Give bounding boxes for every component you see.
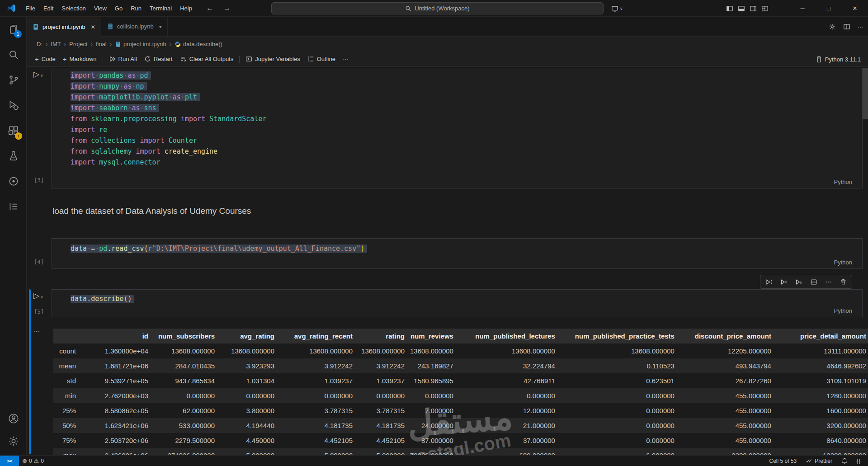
outline-button[interactable]: Outline [304,53,339,65]
menu-file[interactable]: File [22,3,39,14]
sidebar-item-source-control[interactable] [0,67,27,93]
sidebar-item-settings[interactable] [0,430,27,452]
customize-layout-icon[interactable] [761,5,769,12]
execute-above-cells-icon[interactable] [762,276,775,287]
cell-editor[interactable]: data·=·pd.read_csv(r"D:\IMT\Project\fina… [52,239,862,254]
sidebar-item-search[interactable] [0,42,27,67]
formatter-indicator[interactable]: ✓✓ Prettier [802,456,835,466]
kernel-label: Python 3.11.1 [825,56,861,63]
sidebar-item-testing[interactable] [0,143,27,169]
output-more-icon[interactable]: ⋯ [33,327,40,335]
close-icon[interactable]: ✕ [842,0,868,17]
run-all-button[interactable]: Run All [105,53,141,65]
menu-run[interactable]: Run [127,3,146,14]
breadcrumb-item-drive[interactable]: D: [37,41,42,47]
menu-edit[interactable]: Edit [39,3,57,14]
notebook-body: ▷ ∨ import·pandas·as·pdimport·numpy·as·n… [27,67,868,455]
breadcrumb-item-imt[interactable]: IMT [51,41,61,47]
focused-cell-indicator [29,289,31,454]
editor-area: project imt.ipynb ✕ collision.ipynb ● ⋯ … [27,17,868,455]
jupyter-variables-button[interactable]: Jupyter Variables [242,53,303,65]
execute-cell-and-above-icon[interactable] [777,276,790,287]
toggle-secondary-sidebar-icon[interactable] [750,5,757,12]
sidebar-item-explorer[interactable]: 1 [0,17,27,42]
notebook-icon [115,41,121,47]
back-icon[interactable]: ← [206,4,213,12]
problems-indicator[interactable]: ⊗ 0 ⚠ 0 [19,456,47,466]
code-cell-imports[interactable]: import·pandas·as·pdimport·numpy·as·npimp… [52,68,863,188]
split-editor-icon[interactable] [843,23,850,30]
menu-terminal[interactable]: Terminal [146,3,176,14]
toolbar-separator [103,56,103,63]
cell-more-actions-icon[interactable]: ⋯ [822,276,835,287]
toggle-sidebar-icon[interactable] [726,5,733,12]
restart-button[interactable]: Restart [141,53,176,65]
menu-go[interactable]: Go [111,3,127,14]
cell-editor[interactable]: data.describe() [52,290,862,304]
modified-dot-icon[interactable]: ● [159,24,162,29]
sidebar-item-run-debug[interactable] [0,93,27,118]
plus-icon: + [63,56,67,62]
remote-icon: >< [7,458,12,464]
sidebar-item-extensions[interactable]: ! [0,118,27,143]
kernel-picker[interactable]: Python 3.11.1 [816,52,861,67]
breadcrumb-item-symbol[interactable]: data.describe() [175,41,222,47]
breadcrumb-chevron-icon: › [64,41,66,47]
vscode-window: { "window": { "menus": ["File", "Edit", … [0,0,868,466]
code-cell-describe[interactable]: data.describe() Python [52,289,863,317]
notifications-bell[interactable] [838,456,851,466]
cell-language-picker[interactable]: Python [834,307,852,314]
clear-all-outputs-button[interactable]: Clear All Outputs [176,53,237,65]
clear-outputs-icon [180,56,187,62]
code-cell-read-csv[interactable]: data·=·pd.read_csv(r"D:\IMT\Project\fina… [52,238,863,269]
cell-language-picker[interactable]: Python [834,179,852,185]
toolbar-separator [239,56,240,63]
menu-view[interactable]: View [90,3,111,14]
breadcrumb-item-file[interactable]: project imt.ipynb [115,41,166,47]
monitor-icon[interactable] [611,5,618,12]
extensions-warning-badge: ! [15,132,22,140]
breadcrumb-item-project[interactable]: Project [69,41,87,47]
sidebar-item-account[interactable] [0,407,27,430]
notebook-icon [107,23,113,30]
execute-cell-and-below-icon[interactable] [792,276,805,287]
add-code-cell-button[interactable]: + Code [31,53,59,65]
split-cell-icon[interactable] [807,276,820,287]
toolbar-more-icon[interactable]: ⋯ [339,53,352,65]
table-row: min2.762000e+030.0000000.0000000.0000000… [53,388,868,403]
remote-indicator[interactable]: >< [0,456,19,466]
toggle-panel-icon[interactable] [738,5,745,12]
scrollbar-thumb[interactable] [863,68,868,119]
tab-collision[interactable]: collision.ipynb ● [101,17,168,36]
maximize-icon[interactable]: □ [816,0,842,17]
command-center-search[interactable]: Untitled (Workspace) [271,2,604,14]
extension-view-icon [8,175,19,187]
menu-help[interactable]: Help [176,3,196,14]
cell-language-picker[interactable]: Python [834,259,852,266]
add-markdown-cell-button[interactable]: + Markdown [59,53,100,65]
breadcrumb-file-label: project imt.ipynb [123,41,166,47]
minimize-icon[interactable]: ─ [789,0,816,17]
breadcrumb-item-final[interactable]: final [96,41,107,47]
sidebar-item-notebook-view[interactable] [0,194,27,219]
debug-icon [8,99,19,111]
cell-editor[interactable]: import·pandas·as·pdimport·numpy·as·npimp… [52,68,862,168]
more-actions-icon[interactable]: ⋯ [858,24,863,30]
explorer-badge: 1 [14,30,22,38]
run-cell-button[interactable]: ▷ ∨ [33,71,43,78]
tab-close-icon[interactable]: ✕ [91,24,95,30]
delete-cell-icon[interactable] [837,276,850,287]
settings-gear-icon [8,435,19,447]
markdown-cell[interactable]: load the dataset of Data Analysis of Ude… [52,205,862,217]
tab-settings-gear-icon[interactable] [829,23,836,30]
tab-project-imt[interactable]: project imt.ipynb ✕ [27,17,101,37]
tab-title: project imt.ipynb [42,24,85,30]
menu-selection[interactable]: Selection [57,3,90,14]
cell-position-indicator[interactable]: Cell 5 of 53 [766,456,800,466]
sidebar-item-extension-view[interactable] [0,169,27,194]
status-bar: >< ⊗ 0 ⚠ 0 Cell 5 of 53 ✓✓ Prettier {} [0,455,868,466]
forward-icon[interactable]: → [223,4,231,12]
run-cell-button[interactable]: ▷ ∨ [33,292,43,300]
braces-indicator[interactable]: {} [854,456,863,466]
code-line: from sqlalchemy import create_engine [71,146,862,157]
